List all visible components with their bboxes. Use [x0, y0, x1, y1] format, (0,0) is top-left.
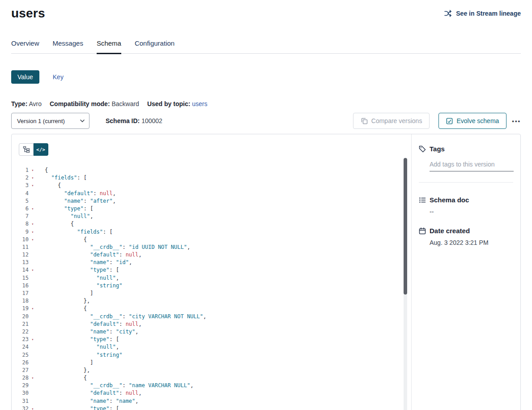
tag-icon — [419, 145, 426, 153]
code-line: 22 "name": "city", — [12, 328, 411, 336]
code-line: 15 "null", — [12, 274, 411, 282]
more-options-button[interactable]: ••• — [512, 118, 521, 124]
topic-link[interactable]: users — [192, 100, 207, 107]
tab-schema[interactable]: Schema — [97, 39, 121, 54]
code-line: 2▾ "fields": [ — [12, 174, 411, 182]
code-line: 13 "name": "id", — [12, 259, 411, 266]
value-toggle-button[interactable]: Value — [11, 70, 39, 84]
schema-doc-header: Schema doc — [419, 196, 513, 204]
fold-toggle-icon[interactable]: ▾ — [29, 220, 37, 228]
date-created-title: Date created — [430, 227, 470, 235]
type-value: Avro — [29, 100, 42, 107]
meta-compatibility: Compatibility mode: Backward — [50, 100, 139, 107]
code-line: 23▾ "type": [ — [12, 336, 411, 343]
line-number: 27 — [12, 367, 29, 374]
code-line: 30 "default": null, — [12, 389, 411, 397]
tab-overview[interactable]: Overview — [11, 39, 39, 54]
code-text: "type": [ — [37, 405, 411, 410]
stream-lineage-label: See in Stream lineage — [456, 10, 521, 17]
fold-toggle-icon[interactable]: ▾ — [29, 228, 37, 236]
fold-toggle-icon[interactable]: ▾ — [29, 305, 37, 312]
tab-configuration[interactable]: Configuration — [135, 39, 174, 54]
tags-input[interactable] — [430, 160, 514, 171]
schema-panel: </> 1▾{2▾ "fields": [3▾ {4 "default": nu… — [11, 134, 521, 410]
line-number: 5 — [12, 197, 29, 205]
editor-scrollbar[interactable] — [404, 158, 407, 410]
fold-toggle-icon[interactable]: ▾ — [29, 266, 37, 274]
fold-toggle-icon[interactable]: ▾ — [29, 236, 37, 243]
compare-versions-button[interactable]: Compare versions — [353, 113, 430, 129]
scrollbar-thumb[interactable] — [404, 158, 407, 295]
line-number: 4 — [12, 190, 29, 197]
line-number: 31 — [12, 397, 29, 405]
version-bar: Version 1 (current) Schema ID: 100002 Co… — [11, 113, 521, 129]
code-text: }, — [37, 367, 411, 374]
schema-page: users See in Stream lineage OverviewMess… — [0, 0, 532, 410]
page-title: users — [11, 6, 45, 21]
fold-toggle-icon[interactable]: ▾ — [29, 182, 37, 189]
stream-lineage-icon — [444, 10, 452, 17]
code-line: 1▾{ — [12, 167, 411, 174]
schema-sidebar: Tags Schema doc -- — [411, 134, 520, 410]
editor-view-toggle: </> — [19, 143, 48, 156]
code-line: 32▾ "type": [ — [12, 405, 411, 410]
fold-spacer — [29, 343, 37, 351]
fold-toggle-icon[interactable]: ▾ — [29, 205, 37, 213]
code-text: "__crdb__": "id UUID NOT NULL", — [37, 243, 411, 251]
fold-spacer — [29, 274, 37, 282]
code-line: 31 "name": "name", — [12, 397, 411, 405]
code-text: "default": null, — [37, 389, 411, 397]
code-lines: 1▾{2▾ "fields": [3▾ {4 "default": null,5… — [12, 167, 411, 410]
code-text: "__crdb__": "city VARCHAR NOT NULL", — [37, 313, 411, 320]
code-line: 29 "__crdb__": "name VARCHAR NULL", — [12, 382, 411, 389]
code-text: "null", — [37, 213, 411, 220]
fold-toggle-icon[interactable]: ▾ — [29, 167, 37, 174]
key-toggle-button[interactable]: Key — [53, 73, 64, 81]
line-number: 28 — [12, 374, 29, 382]
code-text: "default": null, — [37, 190, 411, 197]
fold-toggle-icon[interactable]: ▾ — [29, 336, 37, 343]
version-select[interactable]: Version 1 (current) — [11, 113, 89, 129]
code-text: "type": [ — [37, 205, 411, 213]
line-number: 8 — [12, 220, 29, 228]
line-number: 18 — [12, 297, 29, 305]
compatibility-value: Backward — [111, 100, 139, 107]
line-number: 30 — [12, 389, 29, 397]
schema-doc-section: Schema doc -- — [419, 196, 513, 215]
line-number: 22 — [12, 328, 29, 336]
code-text: "name": "after", — [37, 197, 411, 205]
code-text: ] — [37, 359, 411, 367]
line-number: 6 — [12, 205, 29, 213]
code-line: 21 "default": null, — [12, 320, 411, 328]
code-line: 19▾ { — [12, 305, 411, 312]
code-view-button[interactable]: </> — [34, 143, 48, 156]
calendar-icon — [419, 227, 426, 235]
evolve-schema-button[interactable]: Evolve schema — [438, 113, 506, 129]
code-line: 8▾ { — [12, 220, 411, 228]
stream-lineage-link[interactable]: See in Stream lineage — [444, 10, 521, 17]
edit-check-icon — [446, 118, 453, 124]
code-line: 11 "__crdb__": "id UUID NOT NULL", — [12, 243, 411, 251]
tab-bar: OverviewMessagesSchemaConfiguration — [11, 39, 521, 54]
code-text: "default": null, — [37, 251, 411, 259]
fold-toggle-icon[interactable]: ▾ — [29, 405, 37, 410]
code-text: }, — [37, 297, 411, 305]
fold-toggle-icon[interactable]: ▾ — [29, 174, 37, 182]
evolve-schema-label: Evolve schema — [456, 117, 499, 124]
list-icon — [419, 196, 426, 204]
schema-id-value: 100002 — [141, 117, 162, 124]
page-header: users See in Stream lineage — [11, 0, 521, 21]
line-number: 3 — [12, 182, 29, 189]
code-text: { — [37, 305, 411, 312]
tree-view-button[interactable] — [19, 143, 34, 156]
tab-messages[interactable]: Messages — [53, 39, 83, 54]
tags-section: Tags — [419, 145, 513, 171]
fold-toggle-icon[interactable]: ▾ — [29, 374, 37, 382]
fold-spacer — [29, 313, 37, 320]
line-number: 2 — [12, 174, 29, 182]
line-number: 17 — [12, 290, 29, 297]
code-line: 9▾ "fields": [ — [12, 228, 411, 236]
code-text: "name": "name", — [37, 397, 411, 405]
code-line: 3▾ { — [12, 182, 411, 189]
compatibility-label: Compatibility mode: — [50, 100, 110, 107]
